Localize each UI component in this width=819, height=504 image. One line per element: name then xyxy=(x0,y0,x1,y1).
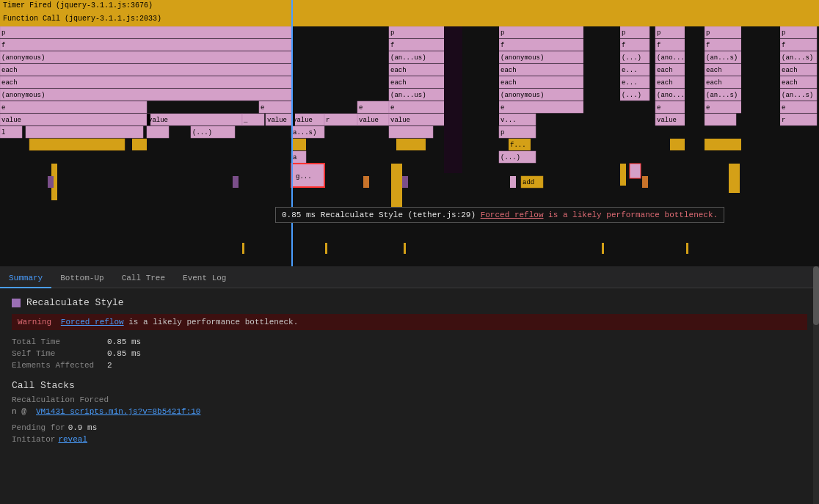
svg-text:(an...us): (an...us) xyxy=(390,92,426,99)
svg-text:value: value xyxy=(267,117,287,124)
svg-text:e: e xyxy=(390,104,394,112)
elements-row: Elements Affected 2 xyxy=(12,361,807,370)
tab-summary[interactable]: Summary xyxy=(0,269,51,288)
svg-text:p: p xyxy=(390,29,394,37)
svg-rect-168 xyxy=(242,243,244,254)
svg-text:each: each xyxy=(390,79,407,87)
svg-rect-13 xyxy=(780,26,817,38)
self-time-row: Self Time 0.85 ms xyxy=(12,349,807,358)
style-color-box xyxy=(12,299,21,307)
svg-text:a: a xyxy=(293,154,297,161)
svg-text:g...: g... xyxy=(296,173,312,180)
svg-text:add: add xyxy=(523,179,534,186)
initiator-label: Initiator xyxy=(12,435,55,444)
svg-text:(...): (...) xyxy=(622,92,641,99)
svg-text:e: e xyxy=(359,104,363,112)
svg-text:each: each xyxy=(1,79,18,87)
svg-text:e: e xyxy=(1,104,5,112)
svg-text:(...): (...) xyxy=(500,154,520,161)
svg-text:f: f xyxy=(390,42,394,49)
svg-text:a...s): a...s) xyxy=(293,129,316,136)
scrollbar-thumb[interactable] xyxy=(813,266,819,325)
svg-rect-121 xyxy=(780,114,817,125)
svg-rect-15 xyxy=(0,39,291,51)
svg-text:_: _ xyxy=(243,117,248,124)
svg-rect-163 xyxy=(233,176,239,188)
svg-text:(anonymous): (anonymous) xyxy=(1,92,45,99)
svg-rect-133 xyxy=(147,126,169,138)
svg-text:p: p xyxy=(622,29,625,37)
stack-link[interactable]: VM1431 scripts.min.js?v=8b5421f:10 xyxy=(36,407,200,416)
svg-text:value: value xyxy=(293,117,313,124)
svg-rect-144 xyxy=(396,139,426,150)
svg-text:each: each xyxy=(706,67,722,74)
pending-value: 0.9 ms xyxy=(68,423,98,432)
svg-rect-128 xyxy=(741,26,780,266)
svg-rect-43 xyxy=(0,64,291,76)
svg-text:p: p xyxy=(706,29,710,37)
tab-bottom-up[interactable]: Bottom-Up xyxy=(51,269,112,288)
svg-rect-171 xyxy=(602,243,604,254)
svg-rect-158 xyxy=(391,164,402,208)
svg-rect-93 xyxy=(499,101,583,113)
svg-rect-101 xyxy=(0,114,147,125)
svg-rect-160 xyxy=(630,164,641,178)
recalculation-forced-label: Recalculation Forced xyxy=(12,395,807,404)
tooltip: 0.85 ms Recalculate Style (tether.js:29)… xyxy=(275,207,724,223)
elements-label: Elements Affected xyxy=(12,361,107,370)
svg-rect-138 xyxy=(389,126,433,138)
svg-rect-85 xyxy=(0,101,147,113)
svg-text:each: each xyxy=(500,79,517,87)
svg-text:e: e xyxy=(782,104,785,112)
svg-rect-159 xyxy=(620,164,626,186)
svg-rect-147 xyxy=(670,139,685,150)
svg-rect-127 xyxy=(685,26,705,266)
svg-text:f: f xyxy=(706,42,710,49)
svg-text:f: f xyxy=(657,42,660,49)
svg-text:(...): (...) xyxy=(192,129,212,136)
svg-text:e...: e... xyxy=(622,79,638,87)
initiator-link[interactable]: reveal xyxy=(58,435,87,444)
svg-rect-57 xyxy=(0,76,291,88)
svg-text:p: p xyxy=(500,29,504,37)
tooltip-time: 0.85 ms xyxy=(282,211,316,219)
function-call-label: Function Call (jquery-3.1.1.js:2033) xyxy=(3,15,161,23)
svg-text:each: each xyxy=(500,67,517,74)
svg-rect-129 xyxy=(444,26,462,173)
function-call-bar: Function Call (jquery-3.1.1.js:2033) xyxy=(0,13,819,26)
svg-text:value: value xyxy=(390,117,410,124)
self-time-label: Self Time xyxy=(12,349,107,358)
initiator-row: Initiator reveal xyxy=(12,435,807,444)
svg-text:f: f xyxy=(622,42,625,49)
total-time-row: Total Time 0.85 ms xyxy=(12,337,807,346)
svg-text:(an...us): (an...us) xyxy=(390,54,426,62)
forced-reflow-link[interactable]: Forced reflow xyxy=(61,318,124,326)
svg-text:v...: v... xyxy=(500,117,517,124)
svg-rect-5 xyxy=(499,26,583,38)
svg-rect-139 xyxy=(499,126,536,138)
warning-label: Warning xyxy=(18,318,51,326)
svg-rect-170 xyxy=(404,243,406,254)
total-time-label: Total Time xyxy=(12,337,107,346)
svg-rect-123 xyxy=(147,114,150,125)
svg-text:each: each xyxy=(782,67,798,74)
tab-call-tree[interactable]: Call Tree xyxy=(113,269,174,288)
scrollbar[interactable] xyxy=(813,266,819,504)
pending-label: Pending for xyxy=(12,423,65,432)
svg-text:each: each xyxy=(657,67,673,74)
section-title-text: Recalculate Style xyxy=(26,297,124,308)
svg-text:each: each xyxy=(1,67,18,74)
svg-rect-167 xyxy=(642,176,648,188)
section-title: Recalculate Style xyxy=(12,297,807,308)
svg-rect-172 xyxy=(686,243,688,254)
self-time-value: 0.85 ms xyxy=(107,349,141,358)
svg-text:value: value xyxy=(148,117,168,124)
svg-text:p: p xyxy=(500,129,504,136)
tab-event-log[interactable]: Event Log xyxy=(174,269,235,288)
svg-text:p: p xyxy=(782,29,785,37)
warning-text: is a likely performance bottleneck. xyxy=(128,318,298,326)
svg-text:(anonymous): (anonymous) xyxy=(500,92,544,99)
svg-rect-11 xyxy=(705,26,741,38)
timer-fired-label: Timer Fired (jquery-3.1.1.js:3676) xyxy=(3,1,153,10)
svg-text:f...: f... xyxy=(510,142,526,149)
